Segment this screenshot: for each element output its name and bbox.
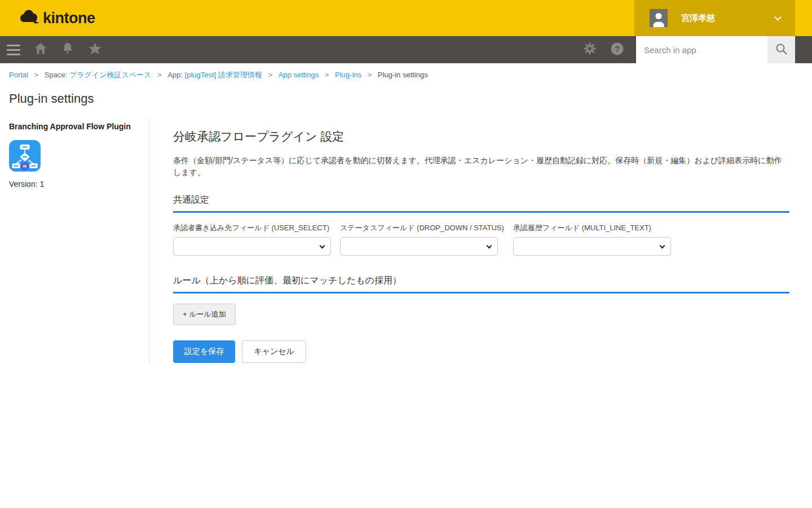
breadcrumb-space[interactable]: プラグイン検証スペース bbox=[69, 71, 151, 79]
top-header: kintone 宮澤孝慈 bbox=[0, 0, 812, 36]
user-menu[interactable]: 宮澤孝慈 bbox=[634, 0, 795, 36]
app-search bbox=[636, 36, 795, 63]
home-icon bbox=[33, 41, 48, 58]
kintone-logo[interactable]: kintone bbox=[18, 8, 95, 28]
common-settings-fields: 承認者書き込み先フィールド (USER_SELECT) ステータスフィールド (… bbox=[173, 223, 789, 256]
history-field-label: 承認履歴フィールド (MULTI_LINE_TEXT) bbox=[513, 223, 671, 233]
approver-field-group: 承認者書き込み先フィールド (USER_SELECT) bbox=[173, 223, 331, 256]
breadcrumb: Portal > Space: プラグイン検証スペース > App: [plug… bbox=[0, 63, 812, 80]
plugin-sidebar: Branching Approval Flow Plugin bbox=[9, 119, 149, 363]
plugin-name: Branching Approval Flow Plugin bbox=[9, 122, 149, 131]
breadcrumb-portal[interactable]: Portal bbox=[9, 71, 28, 79]
home-button[interactable] bbox=[27, 36, 54, 63]
svg-text:?: ? bbox=[614, 43, 619, 53]
user-name: 宮澤孝慈 bbox=[681, 13, 715, 24]
user-avatar bbox=[650, 9, 668, 27]
approver-field-label: 承認者書き込み先フィールド (USER_SELECT) bbox=[173, 223, 331, 233]
breadcrumb-current: Plug-in settings bbox=[378, 71, 428, 79]
bell-icon bbox=[60, 41, 75, 58]
page-title: Plug-in settings bbox=[0, 80, 812, 119]
plugin-version: Version: 1 bbox=[9, 179, 149, 189]
help-button[interactable]: ? bbox=[603, 36, 630, 63]
breadcrumb-app-settings[interactable]: App settings bbox=[279, 71, 319, 79]
search-icon bbox=[775, 42, 788, 58]
breadcrumb-plugins[interactable]: Plug-ins bbox=[335, 71, 361, 79]
rules-heading: ルール（上から順に評価、最初にマッチしたもの採用） bbox=[173, 275, 789, 294]
plugin-settings-main: 分岐承認フロープラグイン 設定 条件（金額/部門/ステータス等）に応じて承認者を… bbox=[149, 119, 789, 363]
cancel-button[interactable]: キャンセル bbox=[242, 340, 306, 363]
common-settings-heading: 共通設定 bbox=[173, 194, 789, 213]
breadcrumb-app[interactable]: [plugTest] 請求管理情報 bbox=[185, 71, 262, 79]
hamburger-icon bbox=[7, 45, 20, 55]
main-navbar: ? bbox=[0, 36, 812, 63]
add-rule-button[interactable]: + ルール追加 bbox=[173, 304, 236, 325]
history-field-select[interactable] bbox=[513, 237, 671, 256]
search-input[interactable] bbox=[636, 36, 767, 63]
action-buttons: 設定を保存 キャンセル bbox=[173, 340, 789, 363]
settings-button[interactable] bbox=[576, 36, 603, 63]
favorites-button[interactable] bbox=[81, 36, 108, 63]
help-icon: ? bbox=[610, 42, 624, 58]
logo-wordmark: kintone bbox=[43, 10, 95, 27]
save-button[interactable]: 設定を保存 bbox=[173, 340, 235, 363]
settings-title: 分岐承認フロープラグイン 設定 bbox=[173, 129, 789, 144]
gear-icon bbox=[582, 41, 597, 58]
star-icon bbox=[87, 41, 103, 59]
status-field-label: ステータスフィールド (DROP_DOWN / STATUS) bbox=[340, 223, 504, 233]
breadcrumb-space-prefix: Space: bbox=[45, 71, 69, 79]
menu-button[interactable] bbox=[0, 36, 27, 63]
notifications-button[interactable] bbox=[54, 36, 81, 63]
breadcrumb-app-prefix: App: bbox=[167, 71, 184, 79]
approver-field-select[interactable] bbox=[173, 237, 331, 256]
content: Branching Approval Flow Plugin bbox=[0, 119, 812, 363]
history-field-group: 承認履歴フィールド (MULTI_LINE_TEXT) bbox=[513, 223, 671, 256]
search-button[interactable] bbox=[767, 36, 795, 63]
cloud-logo-icon bbox=[18, 8, 39, 28]
settings-description: 条件（金額/部門/ステータス等）に応じて承認者を動的に切替えます。代理承認・エス… bbox=[173, 155, 789, 178]
plugin-icon bbox=[9, 140, 41, 172]
status-field-select[interactable] bbox=[340, 237, 498, 256]
chevron-down-icon bbox=[774, 14, 782, 21]
status-field-group: ステータスフィールド (DROP_DOWN / STATUS) bbox=[340, 223, 504, 256]
